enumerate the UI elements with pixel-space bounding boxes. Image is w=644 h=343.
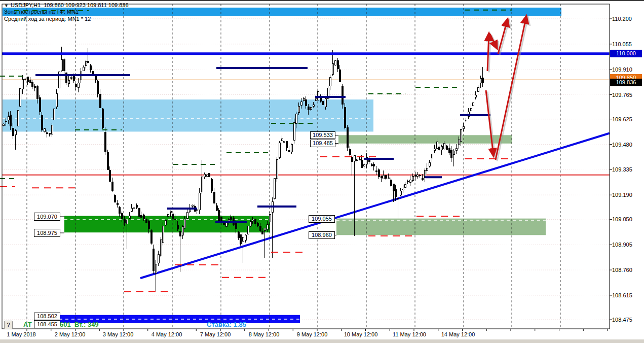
candle-bear bbox=[422, 178, 423, 180]
candle-bear bbox=[97, 81, 98, 93]
x-axis-label: 2 May 12:00 bbox=[50, 331, 90, 337]
candle-bull bbox=[17, 111, 19, 126]
candle-bear bbox=[238, 232, 239, 238]
candle-bull bbox=[19, 88, 21, 106]
help-button[interactable]: ? bbox=[4, 321, 13, 329]
zone-price-tag: 109.485 bbox=[310, 140, 335, 147]
candle-bull bbox=[61, 60, 62, 71]
candle-bear bbox=[308, 107, 309, 110]
y-axis-label: 109.335 bbox=[612, 166, 641, 173]
candle-bull bbox=[167, 215, 169, 217]
candle-bull bbox=[463, 126, 464, 129]
candle-bear bbox=[438, 147, 440, 150]
candle-bear bbox=[395, 189, 396, 196]
zone-price-tag: 108.960 bbox=[309, 231, 335, 239]
stake-text: Ставка: 1.85 bbox=[207, 321, 246, 328]
candle-bull bbox=[8, 116, 9, 120]
candle-bear bbox=[347, 128, 348, 148]
candle-bear bbox=[124, 219, 125, 222]
candle-bull bbox=[279, 143, 280, 157]
candle-bear bbox=[448, 148, 450, 153]
x-axis-label: 14 May 12:00 bbox=[438, 331, 478, 337]
candle-bull bbox=[453, 151, 454, 155]
close-value: 109.836 bbox=[108, 2, 129, 8]
candle-bull bbox=[458, 140, 460, 145]
candle-bear bbox=[75, 84, 77, 87]
candle-bull bbox=[431, 154, 433, 158]
candle-bull bbox=[51, 125, 53, 134]
candle-bull bbox=[158, 254, 159, 263]
candle-bull bbox=[334, 61, 336, 65]
candle-bear bbox=[213, 192, 215, 203]
candle-bull bbox=[276, 159, 278, 179]
y-axis-label: 108.760 bbox=[612, 266, 641, 273]
candle-bear bbox=[381, 176, 382, 178]
candle-bull bbox=[472, 102, 474, 106]
candle-bull bbox=[5, 121, 7, 122]
price-chart-canvas bbox=[0, 0, 644, 343]
candle-bull bbox=[291, 144, 292, 152]
monthly-zone-high bbox=[3, 8, 561, 16]
candle-bull bbox=[196, 210, 198, 211]
x-axis-label: 11 May 12:00 bbox=[389, 331, 430, 337]
candle-bull bbox=[206, 175, 208, 177]
candle-bear bbox=[29, 80, 31, 83]
candle-bear bbox=[208, 174, 210, 177]
candle-bear bbox=[34, 87, 35, 88]
candle-bear bbox=[240, 234, 241, 244]
candle-bear bbox=[450, 151, 452, 157]
candle-bear bbox=[393, 184, 394, 191]
candle-bull bbox=[456, 149, 457, 151]
chart-title: ▼USDJPY,H1 109.860 109.923 109.811 109.8… bbox=[4, 2, 129, 8]
candle-bull bbox=[477, 87, 479, 91]
symbol-dropdown-icon[interactable]: ▼ bbox=[4, 3, 9, 8]
candle-bull bbox=[402, 189, 404, 190]
candle-bear bbox=[482, 78, 483, 82]
candle-bull bbox=[404, 185, 406, 187]
zone-price-tag: 108.502 bbox=[34, 313, 60, 320]
sage-zone-109.0 bbox=[336, 219, 546, 235]
candle-bull bbox=[310, 107, 312, 110]
x-axis-label: 9 May 12:00 bbox=[292, 331, 332, 337]
candle-bull bbox=[131, 208, 132, 211]
candle-bear bbox=[259, 226, 261, 230]
x-axis-label: 3 May 12:00 bbox=[98, 331, 138, 337]
candle-bear bbox=[351, 157, 353, 161]
candle-bear bbox=[216, 206, 217, 211]
candle-bull bbox=[470, 108, 472, 111]
candle-bear bbox=[179, 231, 181, 236]
candle-bear bbox=[361, 160, 362, 168]
indicator-note-average: Средний ход за период: MN1 * 12 bbox=[4, 16, 91, 22]
candle-bear bbox=[254, 219, 256, 223]
y-axis-label: 109.190 bbox=[612, 191, 641, 198]
candle-bear bbox=[12, 128, 14, 136]
candle-bull bbox=[155, 264, 157, 273]
candle-bull bbox=[162, 226, 164, 243]
candle-bull bbox=[388, 178, 389, 179]
candle-bull bbox=[201, 177, 203, 192]
candle-bear bbox=[378, 169, 380, 177]
candle-bear bbox=[90, 65, 91, 70]
candle-bear bbox=[136, 205, 137, 208]
candle-bear bbox=[322, 101, 324, 105]
candle-bull bbox=[460, 130, 462, 142]
candle-bull bbox=[3, 124, 4, 126]
mt4-chart-window: ▼USDJPY,H1 109.860 109.923 109.811 109.8… bbox=[0, 0, 644, 343]
candle-bear bbox=[87, 61, 89, 62]
candle-bear bbox=[145, 219, 147, 222]
candle-bear bbox=[27, 77, 28, 82]
candle-bear bbox=[41, 115, 43, 130]
y-axis-label: 110.200 bbox=[612, 15, 641, 22]
indicator-note-zones: Зоны построены на ТФ: MN1 bbox=[4, 9, 79, 15]
candle-bull bbox=[133, 208, 135, 209]
candle-bull bbox=[165, 221, 166, 225]
candle-bear bbox=[49, 133, 50, 134]
candle-bear bbox=[390, 180, 392, 186]
candle-bull bbox=[274, 179, 275, 198]
candle-bear bbox=[257, 223, 258, 225]
candle-bull bbox=[315, 99, 317, 100]
candle-bear bbox=[337, 60, 338, 68]
candle-bear bbox=[407, 181, 408, 182]
candle-bull bbox=[126, 220, 128, 224]
candle-bull bbox=[354, 156, 355, 161]
